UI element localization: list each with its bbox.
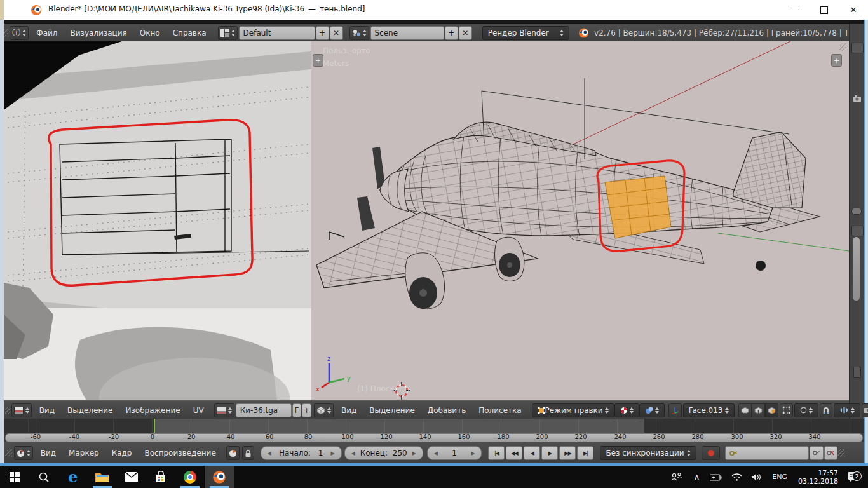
clock[interactable]: 17:57 03.12.2018 bbox=[798, 469, 838, 485]
delete-keyframe-button[interactable] bbox=[824, 446, 838, 460]
auto-keyframe-button[interactable] bbox=[702, 446, 721, 460]
image-name-field[interactable]: Ки-36.tga bbox=[236, 403, 292, 417]
occlude-geometry-button[interactable] bbox=[780, 403, 793, 417]
decrement-arrow-icon[interactable]: ◀ bbox=[268, 451, 271, 456]
blender-taskbar-button[interactable] bbox=[205, 466, 234, 488]
edge-select-button[interactable] bbox=[752, 403, 765, 417]
file-explorer-button[interactable] bbox=[88, 466, 117, 488]
menu-window[interactable]: Окно bbox=[133, 29, 166, 37]
delete-scene-button[interactable]: ✕ bbox=[459, 26, 472, 40]
image-browse-button[interactable] bbox=[214, 403, 234, 417]
next-keyframe-button[interactable]: ▶▶ bbox=[559, 446, 576, 460]
menu-image[interactable]: Изображение bbox=[119, 406, 186, 415]
mail-button[interactable] bbox=[117, 466, 146, 488]
current-frame-marker[interactable] bbox=[154, 419, 155, 433]
uv-image-editor-canvas[interactable] bbox=[4, 41, 311, 400]
face-select-button[interactable] bbox=[765, 403, 778, 417]
menu-uv[interactable]: UV bbox=[187, 406, 210, 415]
language-indicator[interactable]: ENG bbox=[772, 473, 787, 481]
pivot-dropdown[interactable] bbox=[614, 403, 639, 417]
menu-render[interactable]: Визуализация bbox=[64, 29, 133, 37]
delete-layout-button[interactable]: ✕ bbox=[330, 26, 343, 40]
store-button[interactable] bbox=[146, 466, 175, 488]
vertex-select-button[interactable] bbox=[738, 403, 752, 417]
decrement-arrow-icon[interactable]: ◀ bbox=[434, 451, 438, 456]
insert-keyframe-button[interactable] bbox=[810, 446, 824, 460]
minimize-button[interactable] bbox=[780, 0, 810, 20]
timeline-canvas[interactable] bbox=[4, 419, 864, 433]
corner-grip[interactable] bbox=[5, 449, 13, 457]
editor-type-button[interactable] bbox=[14, 446, 33, 460]
editor-type-button[interactable]: ⓘ bbox=[10, 26, 29, 40]
menu-marker[interactable]: Маркер bbox=[62, 449, 105, 458]
editor-type-button[interactable] bbox=[314, 403, 334, 417]
use-preview-range-button[interactable] bbox=[226, 446, 240, 460]
chrome-button[interactable] bbox=[175, 466, 205, 488]
tray-chevron-up-icon[interactable]: ∧ bbox=[694, 472, 700, 482]
orientation-dropdown[interactable]: Face.013 bbox=[683, 403, 735, 417]
corner-grip[interactable] bbox=[839, 43, 847, 51]
proportional-edit-dropdown[interactable] bbox=[794, 403, 818, 417]
maximize-button[interactable] bbox=[810, 0, 839, 20]
manipulator-button[interactable] bbox=[668, 403, 682, 417]
scene-browse-button[interactable] bbox=[349, 26, 369, 40]
scene-name-field[interactable]: Scene bbox=[370, 26, 444, 40]
menu-playback[interactable]: Воспроизведение bbox=[138, 449, 222, 458]
menu-view[interactable]: Вид bbox=[34, 449, 62, 458]
current-frame-field[interactable]: ◀ 1 ▶ bbox=[427, 446, 482, 460]
wifi-icon[interactable] bbox=[731, 473, 742, 481]
menu-frame[interactable]: Кадр bbox=[105, 449, 139, 458]
action-center-button[interactable]: 2 bbox=[847, 471, 859, 482]
start-frame-field[interactable]: ◀ Начало: 1 ▶ bbox=[261, 446, 342, 460]
increment-arrow-icon[interactable]: ▶ bbox=[412, 451, 416, 456]
increment-arrow-icon[interactable]: ▶ bbox=[471, 451, 475, 456]
corner-grip[interactable] bbox=[837, 449, 845, 457]
menu-select[interactable]: Выделение bbox=[363, 406, 421, 415]
people-icon[interactable] bbox=[671, 472, 682, 482]
viewport-3d-canvas[interactable]: z y x Польз.-орто Meters (1) Плоскость +… bbox=[311, 41, 849, 400]
speaker-icon[interactable] bbox=[751, 473, 762, 482]
mode-dropdown[interactable]: Режим правки bbox=[532, 403, 614, 417]
close-button[interactable]: ✕ bbox=[839, 0, 868, 20]
menu-help[interactable]: Справка bbox=[166, 29, 213, 37]
jump-to-end-button[interactable]: ▶| bbox=[577, 446, 593, 460]
edge-button[interactable]: e bbox=[58, 466, 88, 488]
previous-keyframe-button[interactable]: ◀◀ bbox=[506, 446, 522, 460]
decrement-arrow-icon[interactable]: ◀ bbox=[351, 451, 355, 456]
start-button[interactable] bbox=[0, 466, 29, 488]
menu-view[interactable]: Вид bbox=[33, 406, 61, 415]
properties-panel-collapsed[interactable] bbox=[849, 24, 864, 463]
play-reverse-button[interactable]: ◀ bbox=[524, 446, 540, 460]
play-button[interactable]: ▶ bbox=[541, 446, 558, 460]
end-frame-field[interactable]: ◀ Конец: 250 ▶ bbox=[344, 446, 423, 460]
npanel-open-tab[interactable]: + bbox=[831, 54, 842, 67]
layout-name-field[interactable]: Default bbox=[239, 26, 315, 40]
menu-add[interactable]: Добавить bbox=[421, 406, 472, 415]
editor-type-button[interactable] bbox=[11, 403, 32, 417]
properties-editor-icon[interactable] bbox=[851, 43, 864, 53]
screen-layout-button[interactable] bbox=[218, 26, 238, 40]
search-button[interactable] bbox=[29, 466, 58, 488]
corner-grip[interactable] bbox=[5, 407, 10, 414]
menu-mesh[interactable]: Полисетка bbox=[472, 406, 527, 415]
timeline-ruler[interactable]: -60 -40 -20 0 20 40 60 80 100 120 140 16… bbox=[4, 433, 864, 442]
toggle-icon[interactable] bbox=[851, 208, 862, 215]
panel-header-icon[interactable] bbox=[851, 226, 864, 236]
menu-select[interactable]: Выделение bbox=[61, 406, 119, 415]
increment-arrow-icon[interactable]: ▶ bbox=[331, 451, 335, 456]
jump-to-start-button[interactable]: |◀ bbox=[488, 446, 505, 460]
new-image-button[interactable]: + bbox=[302, 403, 311, 417]
menu-file[interactable]: Файл bbox=[30, 29, 64, 37]
add-scene-button[interactable]: + bbox=[445, 26, 458, 40]
snap-toggle-button[interactable] bbox=[820, 403, 832, 417]
keying-set-field[interactable] bbox=[725, 446, 809, 460]
panel-icon[interactable] bbox=[853, 367, 861, 378]
lock-frame-button[interactable] bbox=[242, 446, 254, 460]
snap-element-dropdown[interactable] bbox=[834, 403, 860, 417]
sync-mode-dropdown[interactable]: Без синхронизации bbox=[600, 446, 696, 460]
toolshelf-open-tab[interactable]: + bbox=[313, 54, 323, 67]
render-engine-dropdown[interactable]: Рендер Blender bbox=[482, 26, 569, 40]
add-layout-button[interactable]: + bbox=[316, 26, 329, 40]
battery-icon[interactable] bbox=[710, 473, 722, 481]
render-opengl-button[interactable] bbox=[862, 403, 868, 417]
